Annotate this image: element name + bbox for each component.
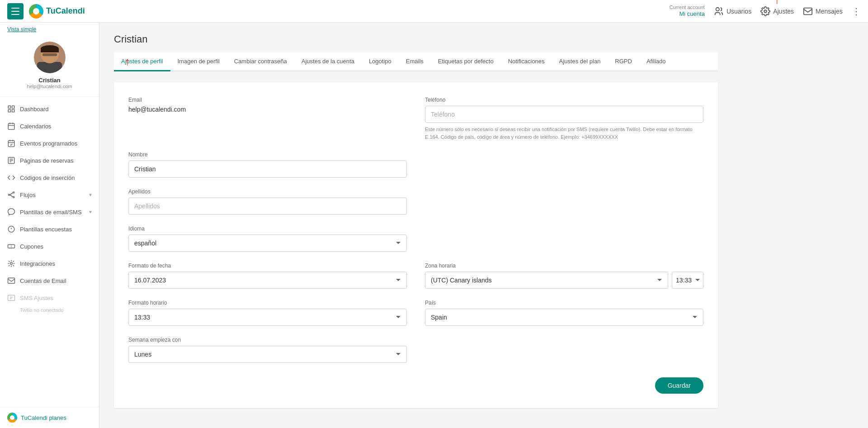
sms-icon — [7, 294, 15, 302]
sidebar-item-plantillas-email[interactable]: Plantillas de email/SMS ▾ — [0, 203, 99, 221]
code-icon — [7, 174, 15, 182]
sidebar-item-integraciones-label: Integraciones — [20, 260, 55, 267]
telefono-label: Teléfono — [425, 97, 703, 103]
sidebar-item-flujos[interactable]: Flujos ▾ — [0, 186, 99, 203]
sidebar-item-eventos-label: Eventos programados — [20, 140, 77, 147]
svg-point-29 — [10, 263, 13, 265]
tab-emails[interactable]: Emails — [399, 52, 431, 71]
sidebar-item-eventos[interactable]: Eventos programados — [0, 135, 99, 152]
email-template-icon — [7, 208, 15, 216]
idioma-select[interactable]: español English Français — [128, 235, 407, 252]
sidebar-item-paginas[interactable]: Páginas de reservas — [0, 152, 99, 169]
semana-label: Semana empieza con — [128, 337, 407, 343]
svg-point-1 — [764, 10, 767, 13]
mensajes-label: Mensajes — [816, 8, 843, 15]
tab-ajustes-cuenta[interactable]: Ajustes de la cuenta — [294, 52, 362, 71]
more-button[interactable]: ⋮ — [852, 6, 861, 17]
svg-rect-11 — [8, 141, 14, 147]
pais-select[interactable]: Spain United States United Kingdom Franc… — [425, 309, 703, 326]
sidebar-item-flujos-label: Flujos — [20, 192, 36, 198]
apellidos-label: Apellidos — [128, 188, 407, 195]
tab-imagen-perfil[interactable]: Imagen de perfil — [170, 52, 227, 71]
fecha-select[interactable]: 16.07.2023 07/16/2023 2023-07-16 16/07/2… — [128, 272, 407, 289]
telefono-input[interactable] — [425, 106, 703, 123]
calendar-icon — [7, 122, 15, 130]
form-card: Email help@tucalendi.com Teléfono Este n… — [114, 82, 718, 408]
ajustes-nav[interactable]: Ajustes ↑ — [760, 6, 794, 16]
telefono-group: Teléfono Este número sólo es necesario s… — [425, 97, 703, 141]
sidebar-bottom: TuCalendi planes — [0, 407, 99, 428]
vista-simple-link[interactable]: Vista simple — [0, 23, 99, 36]
svg-point-20 — [13, 192, 14, 193]
sidebar-item-dashboard[interactable]: Dashboard — [0, 100, 99, 118]
sidebar-item-cupones[interactable]: Cupones — [0, 238, 99, 255]
tab-cambiar-contrasena[interactable]: Cambiar contraseña — [227, 52, 294, 71]
fecha-label: Formato de fecha — [128, 263, 407, 269]
nombre-input[interactable] — [128, 160, 407, 178]
logo[interactable]: TuCalendi — [29, 4, 85, 19]
topbar: TuCalendi Current account Mi cuenta Usua… — [0, 0, 868, 23]
svg-point-0 — [716, 7, 719, 10]
form-grid: Email help@tucalendi.com Teléfono Este n… — [128, 97, 703, 363]
tab-ajustes-plan[interactable]: Ajustes del plan — [552, 52, 608, 71]
usuarios-nav[interactable]: Usuarios — [714, 6, 751, 16]
horario-group: Formato horario 13:33 1:33 PM — [128, 300, 407, 326]
flujos-arrow: ▾ — [89, 192, 92, 198]
tab-etiquetas[interactable]: Etiquetas por defecto — [431, 52, 501, 71]
sidebar-item-encuestas-label: Plantillas encuestas — [20, 226, 72, 233]
sidebar-item-integraciones[interactable]: Integraciones — [0, 255, 99, 272]
current-account-value: Mi cuenta — [670, 10, 705, 18]
save-button[interactable]: Guardar — [655, 377, 703, 394]
email-value: help@tucalendi.com — [128, 106, 407, 113]
email-accounts-icon — [7, 277, 15, 285]
sidebar-item-sms[interactable]: SMS Ajustes Twilio no conectado — [0, 289, 99, 317]
zona-select[interactable]: (UTC) Canary islands (UTC+1) Madrid (UTC… — [425, 272, 668, 289]
fecha-group: Formato de fecha 16.07.2023 07/16/2023 2… — [128, 263, 407, 289]
mail-icon — [803, 6, 813, 16]
svg-rect-31 — [8, 295, 15, 301]
gear-icon — [760, 6, 770, 16]
sidebar: Vista simple Cristian help@tucalen — [0, 23, 99, 428]
apellidos-input[interactable] — [128, 198, 407, 215]
dashboard-icon — [7, 105, 15, 113]
tab-logotipo[interactable]: Logotipo — [362, 52, 399, 71]
sidebar-profile: Cristian help@tucalendi.com — [0, 36, 99, 97]
svg-rect-5 — [8, 110, 10, 112]
topbar-right: Current account Mi cuenta Usuarios Ajust… — [670, 5, 861, 18]
content-inner: Cristian ↑ Ajustes de perfil Imagen de p… — [99, 23, 732, 419]
tab-rgpd[interactable]: RGPD — [608, 52, 639, 71]
zona-group: Zona horaria (UTC) Canary islands (UTC+1… — [425, 263, 703, 289]
sidebar-item-cupones-label: Cupones — [20, 243, 43, 250]
svg-rect-3 — [8, 106, 10, 108]
mensajes-nav[interactable]: Mensajes — [803, 6, 843, 16]
logo-text: TuCalendi — [46, 6, 85, 16]
svg-rect-7 — [8, 123, 14, 130]
horario-select[interactable]: 13:33 1:33 PM — [128, 309, 407, 326]
nombre-group: Nombre — [128, 151, 407, 178]
topbar-left: TuCalendi — [7, 3, 85, 19]
horario-label: Formato horario — [128, 300, 407, 306]
spacer-idioma — [425, 226, 703, 252]
tab-notificaciones[interactable]: Notificaciones — [501, 52, 552, 71]
tab-ajustes-perfil[interactable]: Ajustes de perfil — [114, 52, 170, 71]
sidebar-item-plantillas-encuestas[interactable]: Plantillas encuestas — [0, 221, 99, 238]
sidebar-item-paginas-label: Páginas de reservas — [20, 157, 74, 164]
page-icon — [7, 156, 15, 165]
svg-point-19 — [8, 194, 9, 196]
sidebar-item-calendarios[interactable]: Calendarios — [0, 118, 99, 135]
hamburger-button[interactable] — [7, 3, 24, 19]
avatar — [34, 42, 66, 73]
sidebar-plans-link[interactable]: TuCalendi planes — [7, 413, 92, 423]
flow-icon — [7, 191, 15, 199]
sidebar-item-sms-sublabel: Twilio no conectado — [20, 307, 64, 313]
zona-time-select[interactable]: 13:33 — [672, 272, 703, 289]
sidebar-item-codigos-label: Códigos de inserción — [20, 174, 75, 181]
profile-name: Cristian — [38, 77, 60, 84]
spacer-semana — [425, 337, 703, 363]
sidebar-item-codigos[interactable]: Códigos de inserción — [0, 169, 99, 186]
sidebar-nav: Dashboard Calendarios Eventos programado… — [0, 97, 99, 407]
tab-afiliado[interactable]: Afiliado — [639, 52, 673, 71]
svg-rect-2 — [804, 8, 812, 14]
semana-select[interactable]: Lunes Domingo Sábado — [128, 346, 407, 363]
sidebar-item-cuentas-email[interactable]: Cuentas de Email — [0, 272, 99, 289]
